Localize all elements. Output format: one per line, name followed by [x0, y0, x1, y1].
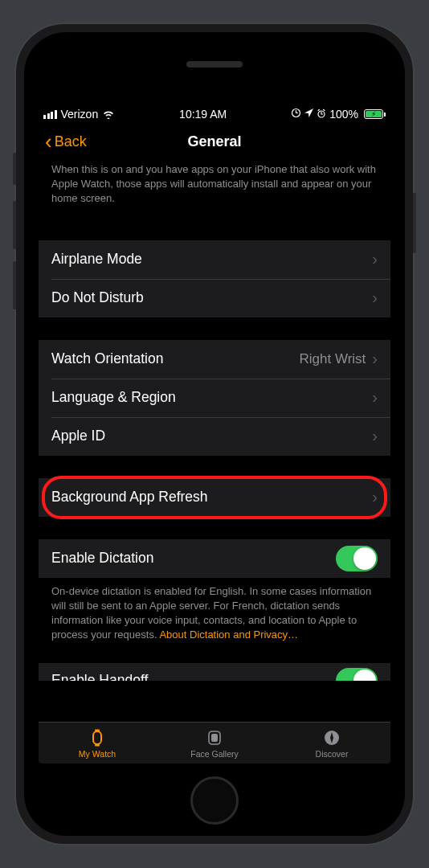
tab-my-watch[interactable]: My Watch	[39, 728, 156, 759]
clock: 10:19 AM	[179, 108, 227, 121]
content-scroll[interactable]: When this is on and you have apps on you…	[39, 159, 390, 722]
background-app-refresh-cell[interactable]: Background App Refresh ›	[39, 478, 390, 517]
cell-label: Enable Dictation	[51, 550, 153, 567]
chevron-right-icon: ›	[372, 350, 378, 368]
cell-label: Enable Handoff	[51, 672, 148, 681]
screen: Verizon 10:19 AM 100%	[39, 104, 390, 764]
svg-rect-3	[95, 729, 100, 731]
power-button	[413, 193, 416, 253]
settings-group: Watch Orientation Right Wrist › Language…	[39, 340, 390, 456]
carrier-label: Verizon	[61, 108, 99, 121]
phone-frame: Verizon 10:19 AM 100%	[16, 24, 413, 844]
language-region-cell[interactable]: Language & Region ›	[39, 379, 390, 417]
back-label: Back	[55, 133, 87, 150]
orientation-lock-icon	[291, 108, 301, 121]
settings-group: Airplane Mode › Do Not Disturb ›	[39, 240, 390, 317]
settings-group: Enable Dictation	[39, 539, 390, 578]
tab-face-gallery[interactable]: Face Gallery	[156, 728, 273, 759]
chevron-left-icon: ‹	[45, 131, 52, 152]
cell-label: Watch Orientation	[51, 350, 163, 367]
settings-group: Background App Refresh ›	[39, 478, 390, 517]
cell-label: Apple ID	[51, 428, 105, 444]
svg-rect-6	[211, 734, 218, 742]
chevron-right-icon: ›	[372, 250, 378, 268]
airplane-mode-cell[interactable]: Airplane Mode ›	[39, 240, 390, 279]
face-gallery-icon	[206, 728, 223, 747]
cell-label: Airplane Mode	[51, 251, 142, 268]
back-button[interactable]: ‹ Back	[45, 131, 87, 152]
apple-id-cell[interactable]: Apple ID ›	[39, 417, 390, 456]
watch-orientation-cell[interactable]: Watch Orientation Right Wrist ›	[39, 340, 390, 379]
volume-down-button	[13, 261, 16, 309]
mute-switch	[13, 153, 16, 185]
handoff-toggle[interactable]	[336, 668, 378, 681]
chevron-right-icon: ›	[372, 388, 378, 407]
cell-label: Background App Refresh	[51, 489, 208, 506]
enable-dictation-cell: Enable Dictation	[39, 539, 390, 578]
home-button[interactable]	[190, 776, 239, 825]
svg-rect-4	[95, 744, 100, 747]
status-bar: Verizon 10:19 AM 100%	[39, 104, 390, 124]
chevron-right-icon: ›	[372, 488, 378, 506]
cell-label: Language & Region	[51, 389, 176, 406]
location-icon	[304, 108, 313, 120]
compass-icon	[323, 728, 341, 747]
enable-handoff-cell[interactable]: Enable Handoff	[39, 663, 390, 681]
volume-up-button	[13, 201, 16, 249]
chevron-right-icon: ›	[372, 289, 378, 307]
dictation-privacy-link[interactable]: About Dictation and Privacy…	[159, 628, 298, 641]
tab-label: Discover	[316, 749, 349, 759]
tab-discover[interactable]: Discover	[273, 728, 390, 759]
battery-percent: 100%	[329, 108, 358, 121]
chevron-right-icon: ›	[372, 427, 378, 445]
watch-icon	[88, 728, 106, 747]
nav-bar: ‹ Back General	[39, 124, 390, 159]
tab-label: Face Gallery	[190, 749, 239, 759]
alarm-icon	[317, 108, 326, 121]
tab-label: My Watch	[79, 749, 116, 759]
cell-value: Right Wrist	[300, 351, 366, 367]
signal-icon	[43, 110, 57, 119]
tab-bar: My Watch Face Gallery Discover	[39, 722, 390, 764]
dictation-toggle[interactable]	[336, 546, 378, 571]
cell-label: Do Not Disturb	[51, 289, 144, 306]
wifi-icon	[102, 109, 115, 119]
do-not-disturb-cell[interactable]: Do Not Disturb ›	[39, 279, 390, 317]
battery-icon: ⚡︎	[362, 109, 386, 119]
page-title: General	[187, 133, 241, 150]
section-footer-text: On-device dictation is enabled for Engli…	[39, 578, 390, 643]
svg-rect-2	[93, 731, 101, 744]
section-footer-text: When this is on and you have apps on you…	[39, 159, 390, 218]
speaker-grille	[186, 61, 243, 68]
